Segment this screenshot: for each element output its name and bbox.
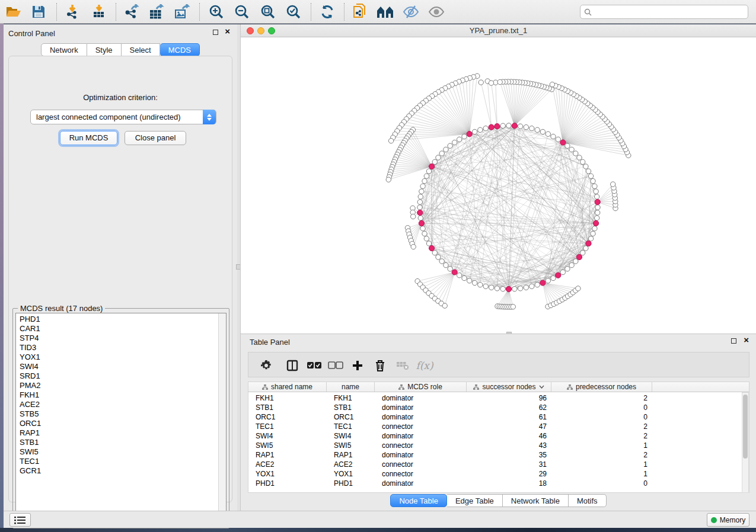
refresh-layout-icon[interactable] [318,3,336,21]
mcds-result-item[interactable]: ORC1 [20,419,218,428]
network-node[interactable] [448,267,452,271]
create-column-icon[interactable] [349,357,366,374]
network-node[interactable] [417,205,422,210]
network-node[interactable] [420,184,425,188]
delete-column-icon[interactable] [372,357,388,374]
network-node[interactable] [439,151,444,156]
mcds-result-item[interactable]: TEC1 [20,457,218,466]
network-node[interactable] [591,231,595,236]
run-mcds-button[interactable]: Run MCDS [60,131,117,145]
table-row-TEC1[interactable]: TEC1TEC1connector472 [248,422,749,431]
network-node[interactable] [592,184,597,188]
network-node[interactable] [444,262,448,267]
network-node[interactable] [420,226,425,231]
network-hub-node[interactable] [594,220,599,226]
network-node[interactable] [518,286,522,291]
table-row-RAP1[interactable]: RAP1RAP1dominator352 [248,450,749,460]
network-hub-node[interactable] [419,220,424,226]
criterion-select[interactable]: largest connected component (undirected) [30,110,216,124]
network-node[interactable] [426,241,431,246]
mcds-result-item[interactable]: FKH1 [20,390,218,400]
float-table-panel-icon[interactable] [731,338,736,344]
network-node[interactable] [518,124,522,129]
network-node[interactable] [524,285,528,290]
network-node[interactable] [442,303,447,308]
column-header-mcds_role[interactable]: MCDS role [375,382,467,392]
float-panel-icon[interactable] [213,30,218,35]
mcds-result-item[interactable]: SRD1 [20,371,218,381]
mcds-result-item[interactable]: CAR1 [20,324,218,334]
network-node[interactable] [483,284,488,289]
network-node[interactable] [452,140,457,145]
table-row-ACE2[interactable]: ACE2ACE2connector311 [248,460,749,469]
hide-selected-icon[interactable] [402,3,420,21]
mcds-result-item[interactable]: STP4 [20,334,218,343]
mcds-result-item[interactable]: PHD1 [20,315,218,324]
tab-select[interactable]: Select [122,43,160,56]
network-node[interactable] [436,255,441,259]
mcds-result-item[interactable]: RAP1 [20,428,218,438]
network-node[interactable] [419,189,424,194]
network-hub-node[interactable] [452,270,457,275]
network-node[interactable] [546,278,550,283]
network-node[interactable] [386,177,391,182]
network-hub-node[interactable] [417,210,423,215]
network-node[interactable] [506,123,511,128]
network-node[interactable] [540,129,545,134]
first-neighbors-icon[interactable] [377,3,394,21]
tab-motifs[interactable]: Motifs [569,494,607,507]
close-panel-icon[interactable]: × [225,26,230,37]
network-node[interactable] [569,262,574,267]
network-node[interactable] [565,143,570,148]
table-row-ORC1[interactable]: ORC1ORC1dominator610 [248,412,749,422]
network-hub-node[interactable] [495,124,500,129]
network-node[interactable] [472,280,477,285]
column-header-name[interactable]: name [327,382,375,392]
network-node[interactable] [565,267,570,271]
tab-network-table[interactable]: Network Table [503,494,569,507]
network-node[interactable] [478,127,483,132]
network-node[interactable] [560,270,565,274]
network-node[interactable] [411,214,416,219]
network-node[interactable] [588,236,593,241]
network-node[interactable] [462,134,467,139]
column-header-shared_name[interactable]: shared name [248,382,327,392]
network-hub-node[interactable] [560,140,566,145]
save-session-icon[interactable] [30,3,47,21]
mcds-result-item[interactable]: YOX1 [20,352,218,362]
network-node[interactable] [529,126,534,131]
node-table-body[interactable]: FKH1FKH1dominator962STB1STB1dominator620… [248,392,749,493]
table-settings-icon[interactable] [258,357,275,374]
network-node[interactable] [422,231,427,236]
mcds-result-item[interactable]: STB5 [20,409,218,419]
table-row-SWI4[interactable]: SWI4SWI4dominator462 [248,431,749,441]
column-header-successor_nodes[interactable]: successor nodes [467,382,551,392]
network-hub-node[interactable] [489,124,494,130]
network-node[interactable] [586,169,591,174]
network-node[interactable] [424,174,429,178]
tab-network[interactable]: Network [41,43,87,56]
network-node[interactable] [583,246,588,251]
table-row-SWI5[interactable]: SWI5SWI5connector431 [248,441,749,450]
network-node[interactable] [551,134,556,139]
network-hub-node[interactable] [512,123,517,129]
network-node[interactable] [489,81,493,85]
network-node[interactable] [583,164,588,169]
network-hub-node[interactable] [540,280,546,286]
mcds-result-item[interactable]: ACE2 [20,400,218,409]
table-scrollbar[interactable] [742,392,749,493]
network-node[interactable] [535,127,540,132]
network-canvas[interactable] [241,37,756,334]
network-node[interactable] [439,259,444,264]
network-node[interactable] [576,286,580,291]
network-node[interactable] [580,251,585,255]
network-node[interactable] [551,275,556,280]
network-node[interactable] [550,82,554,86]
open-file-icon[interactable] [5,3,23,21]
mcds-list-scrollbar[interactable] [218,313,226,525]
network-node[interactable] [573,259,578,264]
mcds-result-list[interactable]: PHD1CAR1STP4TID3YOX1SWI4SRD1PMA2FKH1ACE2… [16,313,218,525]
search-field[interactable] [580,5,748,19]
network-hub-node[interactable] [556,273,561,278]
network-node[interactable] [489,285,494,290]
